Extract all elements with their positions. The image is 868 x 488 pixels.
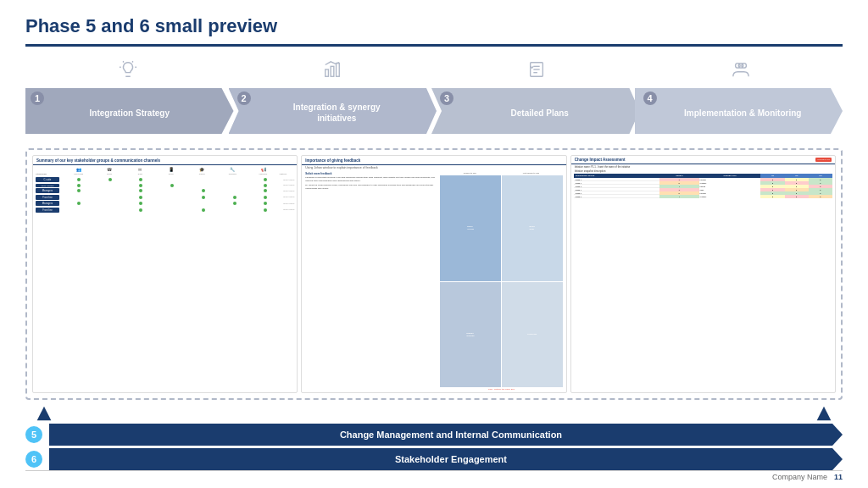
- chart-icon: [323, 60, 342, 79]
- phase-1-label: Integration Strategy: [90, 108, 170, 119]
- phase-2: 2 Integration & synergyinitiatives: [229, 88, 437, 134]
- slide-1: Summary of our key stakeholder groups & …: [32, 155, 298, 393]
- footer-company: Company Name: [772, 473, 827, 481]
- up-arrow-left: [34, 405, 54, 422]
- icon-wrapper-3: [434, 55, 638, 79]
- phase5-bar: Change Management and Internal Communica…: [49, 424, 843, 446]
- phase5-label: Change Management and Internal Communica…: [59, 430, 843, 440]
- slide3-badge: IMPORTANT: [815, 158, 832, 162]
- svg-point-14: [738, 64, 743, 69]
- phase-icons-row: [25, 55, 843, 79]
- arrows-below: [25, 405, 843, 422]
- checklist-icon: [527, 60, 546, 79]
- phase6-bar: Stakeholder Engagement: [49, 448, 843, 470]
- slide1-title: Summary of our key stakeholder groups & …: [33, 156, 297, 165]
- footer-page: 11: [834, 473, 843, 481]
- phase6-num: 6: [25, 451, 42, 468]
- phase-3-label: Detailed Plans: [511, 108, 569, 119]
- slide1-table: 👥 ☎ ✉ 📱 🎓 🔧 📢 Stakeholder Face to face P…: [33, 165, 297, 392]
- phase-4: 4 Implementation & Monitoring: [635, 88, 843, 134]
- slide-3: Change Impact Assessment IMPORTANT Initi…: [570, 155, 836, 393]
- svg-marker-15: [37, 407, 52, 421]
- svg-marker-16: [817, 407, 832, 421]
- top-divider: [25, 44, 843, 47]
- svg-rect-4: [325, 69, 328, 76]
- bar-row-6: 6 Stakeholder Engagement: [25, 448, 843, 470]
- slide3-title: Change Impact Assessment: [575, 158, 626, 162]
- bar-row-5: 5 Change Management and Internal Communi…: [25, 424, 843, 446]
- footer: Company Name 11: [25, 470, 843, 481]
- icon-wrapper-4: [638, 55, 843, 79]
- preview-box: Summary of our key stakeholder groups & …: [25, 148, 843, 400]
- lightbulb-icon: [119, 60, 137, 79]
- icon-wrapper-1: [25, 55, 230, 79]
- phase-4-label: Implementation & Monitoring: [684, 108, 801, 119]
- svg-rect-6: [336, 64, 339, 77]
- up-arrow-right: [814, 405, 834, 422]
- icon-wrapper-2: [230, 55, 434, 79]
- page: Phase 5 and 6 small preview: [0, 0, 868, 488]
- page-title: Phase 5 and 6 small preview: [25, 15, 843, 37]
- svg-rect-5: [331, 66, 334, 76]
- phase6-label: Stakeholder Engagement: [59, 454, 843, 464]
- phase-2-num: 2: [237, 92, 251, 105]
- phase-1-num: 1: [31, 92, 44, 105]
- phase-4-num: 4: [643, 92, 657, 105]
- svg-line-7: [336, 63, 339, 64]
- bottom-section: 5 Change Management and Internal Communi…: [25, 424, 843, 470]
- slide2-title: Importance of giving feedback: [302, 156, 565, 165]
- phase-2-label: Integration & synergyinitiatives: [293, 102, 381, 124]
- phase-1: 1 Integration Strategy: [25, 88, 234, 134]
- phases-row: 1 Integration Strategy 2 Integration & s…: [25, 80, 843, 141]
- phase5-num: 5: [25, 426, 42, 443]
- phase-3-num: 3: [440, 92, 453, 105]
- phase-3: 3 Detailed Plans: [431, 88, 640, 134]
- slide-2: Importance of giving feedback Using Joha…: [301, 155, 566, 393]
- people-icon: [732, 60, 750, 79]
